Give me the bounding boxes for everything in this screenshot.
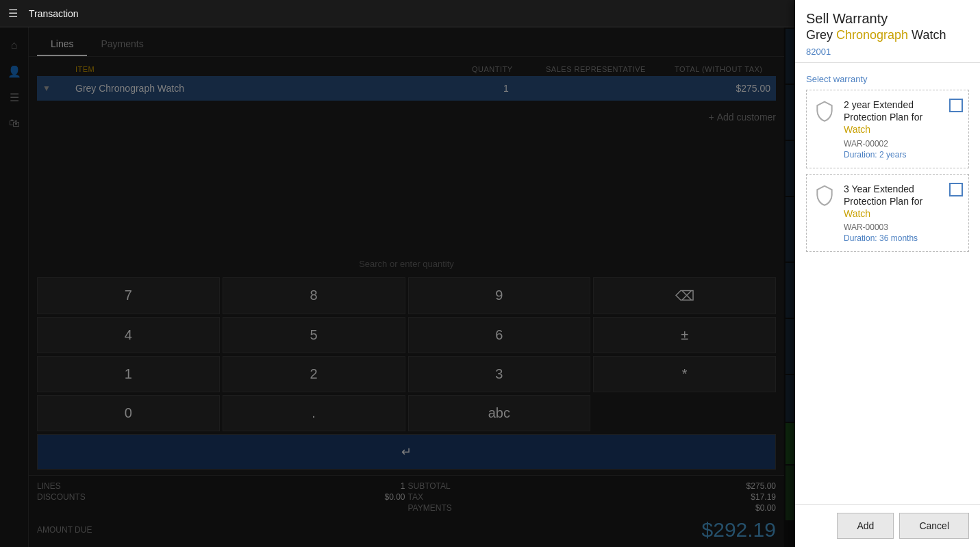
warranty-title: Sell Warranty: [806, 11, 969, 27]
warranty-item-0-code: WAR-00002: [844, 139, 942, 149]
warranty-item-0[interactable]: 2 year Extended Protection Plan for Watc…: [806, 90, 969, 168]
warranty-panel: Sell Warranty Grey Chronograph Watch 820…: [795, 0, 980, 547]
warranty-item-0-checkbox[interactable]: [949, 99, 963, 112]
warranty-header: Sell Warranty Grey Chronograph Watch 820…: [795, 0, 980, 63]
shield-icon-2: [814, 184, 835, 206]
warranty-item-1-name-part1: 3 Year Extended Protection Plan for: [844, 183, 922, 207]
warranty-item-1-name: 3 Year Extended Protection Plan for Watc…: [844, 183, 942, 220]
warranty-item-1-info: 3 Year Extended Protection Plan for Watc…: [844, 183, 942, 244]
warranty-item-0-info: 2 year Extended Protection Plan for Watc…: [844, 99, 942, 160]
warranty-item-0-name-part1: 2 year Extended Protection Plan for: [844, 99, 922, 123]
warranty-item-0-name-highlight: Watch: [844, 124, 870, 135]
warranty-items-list: 2 year Extended Protection Plan for Watc…: [795, 84, 980, 504]
warranty-subtitle-part1: Grey: [806, 28, 836, 42]
warranty-item-1-code: WAR-00003: [844, 222, 942, 232]
warranty-footer: Add Cancel: [795, 504, 980, 547]
shield-icon: [814, 100, 835, 122]
warranty-item-1-icon: [812, 183, 837, 207]
warranty-item-1-duration: Duration: 36 months: [844, 233, 942, 243]
warranty-product-id: 82001: [806, 47, 969, 57]
warranty-item-1-checkbox[interactable]: [949, 183, 963, 196]
warranty-subtitle: Grey Chronograph Watch: [806, 28, 969, 42]
warranty-cancel-button[interactable]: Cancel: [899, 513, 969, 539]
warranty-subtitle-part2: Watch: [908, 28, 946, 42]
warranty-item-0-name: 2 year Extended Protection Plan for Watc…: [844, 99, 942, 136]
warranty-item-1[interactable]: 3 Year Extended Protection Plan for Watc…: [806, 174, 969, 253]
warranty-subtitle-highlight: Chronograph: [836, 28, 908, 42]
warranty-item-0-duration: Duration: 2 years: [844, 150, 942, 160]
app-title: Transaction: [29, 8, 79, 19]
menu-icon[interactable]: ☰: [8, 7, 18, 20]
warranty-add-button[interactable]: Add: [837, 513, 894, 539]
warranty-item-1-name-highlight: Watch: [844, 208, 870, 219]
warranty-item-0-icon: [812, 99, 837, 123]
warranty-select-label: Select warranty: [795, 68, 980, 84]
